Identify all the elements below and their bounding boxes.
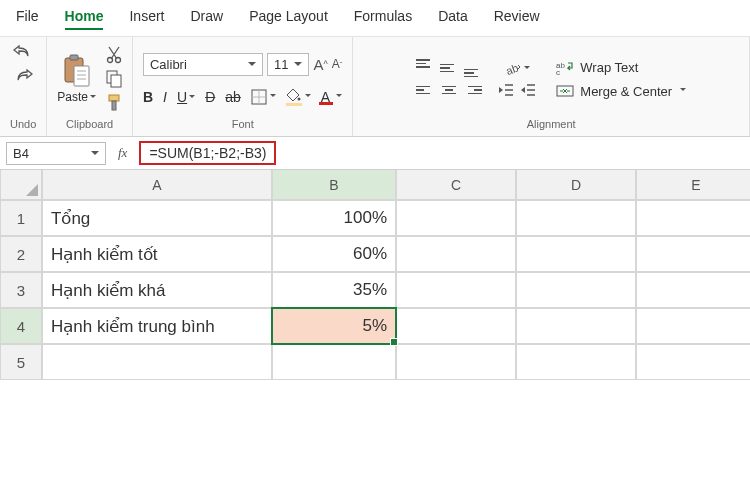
col-header-b[interactable]: B — [272, 170, 396, 200]
row-header-4[interactable]: 4 — [0, 308, 42, 344]
cell-b3[interactable]: 35% — [272, 272, 396, 308]
cell-c2[interactable] — [396, 236, 516, 272]
row-header-2[interactable]: 2 — [0, 236, 42, 272]
menu-home[interactable]: Home — [65, 8, 104, 30]
cell-d2[interactable] — [516, 236, 636, 272]
decrease-indent-icon[interactable] — [498, 83, 514, 97]
group-alignment: ab abc Wrap Text Merge & Center Alignmen… — [353, 37, 750, 136]
merge-center-label: Merge & Center — [580, 84, 672, 99]
align-center-icon[interactable] — [440, 81, 458, 99]
wrap-text-label: Wrap Text — [580, 60, 638, 75]
col-header-d[interactable]: D — [516, 170, 636, 200]
fill-color-icon[interactable] — [286, 88, 311, 106]
cell-c1[interactable] — [396, 200, 516, 236]
cell-d5[interactable] — [516, 344, 636, 380]
cell-a5[interactable] — [42, 344, 272, 380]
svg-rect-2 — [74, 66, 89, 86]
cell-b4[interactable]: 5% — [272, 308, 396, 344]
font-size-select[interactable]: 11 — [267, 53, 309, 76]
cell-e2[interactable] — [636, 236, 750, 272]
row-header-3[interactable]: 3 — [0, 272, 42, 308]
cell-a3[interactable]: Hạnh kiểm khá — [42, 272, 272, 308]
col-header-e[interactable]: E — [636, 170, 750, 200]
menu-data[interactable]: Data — [438, 8, 468, 30]
underline-button[interactable]: U — [177, 89, 195, 105]
cell-d4[interactable] — [516, 308, 636, 344]
paste-label: Paste — [57, 90, 96, 104]
strike-button[interactable]: D — [205, 89, 215, 105]
align-right-icon[interactable] — [464, 81, 482, 99]
group-font-label: Font — [232, 115, 254, 134]
row-header-1[interactable]: 1 — [0, 200, 42, 236]
col-header-c[interactable]: C — [396, 170, 516, 200]
redo-icon[interactable] — [13, 67, 33, 83]
svg-rect-11 — [112, 101, 116, 110]
group-clipboard-label: Clipboard — [66, 115, 113, 134]
wrap-text-button[interactable]: abc Wrap Text — [556, 60, 686, 76]
name-box[interactable]: B4 — [6, 142, 106, 165]
group-font: Calibri 11 A^ Aˇ B I U D ab A Font — [133, 37, 353, 136]
align-top-icon[interactable] — [416, 59, 434, 77]
menu-bar: File Home Insert Draw Page Layout Formul… — [0, 0, 750, 36]
format-painter-icon[interactable] — [106, 94, 122, 112]
menu-draw[interactable]: Draw — [190, 8, 223, 30]
undo-icon[interactable] — [13, 43, 33, 59]
bold-button[interactable]: B — [143, 89, 153, 105]
cell-d1[interactable] — [516, 200, 636, 236]
fx-icon[interactable]: fx — [118, 145, 127, 161]
svg-rect-9 — [111, 75, 121, 87]
group-clipboard: Paste Clipboard — [47, 37, 133, 136]
cell-a2[interactable]: Hạnh kiểm tốt — [42, 236, 272, 272]
row-header-5[interactable]: 5 — [0, 344, 42, 380]
svg-point-7 — [115, 58, 120, 63]
select-all-corner[interactable] — [0, 170, 42, 200]
svg-text:ab: ab — [505, 62, 521, 77]
align-bottom-icon[interactable] — [464, 59, 482, 77]
cell-b1[interactable]: 100% — [272, 200, 396, 236]
font-color-icon[interactable]: A — [321, 88, 342, 105]
increase-font-icon[interactable]: A^ — [313, 56, 327, 73]
orientation-icon[interactable]: ab — [498, 61, 536, 77]
cell-c4[interactable] — [396, 308, 516, 344]
align-left-icon[interactable] — [416, 81, 434, 99]
cell-c3[interactable] — [396, 272, 516, 308]
align-middle-icon[interactable] — [440, 59, 458, 77]
cell-b2[interactable]: 60% — [272, 236, 396, 272]
italic-button[interactable]: I — [163, 89, 167, 105]
cell-c5[interactable] — [396, 344, 516, 380]
menu-file[interactable]: File — [16, 8, 39, 30]
border-icon[interactable] — [251, 89, 276, 105]
menu-review[interactable]: Review — [494, 8, 540, 30]
menu-page-layout[interactable]: Page Layout — [249, 8, 328, 30]
ribbon: Undo Paste Clipboard Calibri 11 A^ Aˇ — [0, 36, 750, 137]
formula-bar[interactable]: =SUM(B1;-B2;-B3) — [139, 141, 276, 165]
paste-button[interactable]: Paste — [57, 54, 96, 104]
cell-d3[interactable] — [516, 272, 636, 308]
group-undo-label: Undo — [10, 115, 36, 134]
cell-e1[interactable] — [636, 200, 750, 236]
increase-indent-icon[interactable] — [520, 83, 536, 97]
svg-rect-16 — [286, 103, 302, 106]
svg-point-15 — [297, 97, 300, 100]
cell-e5[interactable] — [636, 344, 750, 380]
svg-rect-10 — [109, 95, 119, 101]
svg-rect-1 — [70, 55, 78, 60]
formula-bar-row: B4 fx =SUM(B1;-B2;-B3) — [0, 137, 750, 170]
cell-a4[interactable]: Hạnh kiểm trung bình — [42, 308, 272, 344]
cell-a1[interactable]: Tổng — [42, 200, 272, 236]
col-header-a[interactable]: A — [42, 170, 272, 200]
menu-formulas[interactable]: Formulas — [354, 8, 412, 30]
copy-icon[interactable] — [106, 70, 122, 88]
menu-insert[interactable]: Insert — [129, 8, 164, 30]
font-name-select[interactable]: Calibri — [143, 53, 263, 76]
group-alignment-label: Alignment — [527, 115, 576, 134]
cell-e4[interactable] — [636, 308, 750, 344]
cell-e3[interactable] — [636, 272, 750, 308]
cell-b5[interactable] — [272, 344, 396, 380]
strikethrough-button[interactable]: ab — [225, 89, 241, 105]
merge-center-button[interactable]: Merge & Center — [556, 84, 686, 99]
spreadsheet-grid: A B C D E 1 Tổng 100% 2 Hạnh kiểm tốt 60… — [0, 170, 750, 380]
cut-icon[interactable] — [106, 46, 122, 64]
decrease-font-icon[interactable]: Aˇ — [332, 57, 343, 71]
group-undo: Undo — [0, 37, 47, 136]
